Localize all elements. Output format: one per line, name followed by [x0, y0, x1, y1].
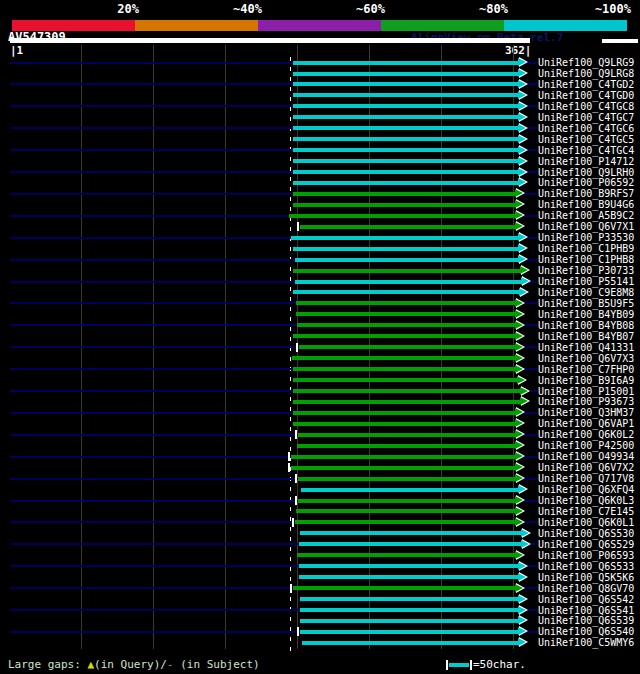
alignment-bar[interactable]: [293, 367, 515, 371]
hit-label[interactable]: UniRef100_Q6S529: [538, 539, 634, 550]
alignment-bar[interactable]: [300, 619, 518, 623]
alignment-bar[interactable]: [295, 258, 518, 262]
alignment-bar[interactable]: [297, 553, 515, 557]
alignment-bar[interactable]: [293, 422, 515, 426]
alignment-bar[interactable]: [299, 542, 521, 546]
alignment-bar[interactable]: [293, 72, 518, 76]
alignment-bar[interactable]: [297, 323, 515, 327]
hit-label[interactable]: UniRef100_C4TGD2: [538, 79, 634, 90]
alignment-bar[interactable]: [293, 247, 518, 251]
alignment-bar[interactable]: [293, 148, 518, 152]
alignment-bar[interactable]: [299, 575, 518, 579]
hit-label[interactable]: UniRef100_C7FHP0: [538, 364, 634, 375]
hit-label[interactable]: UniRef100_P06592: [538, 177, 634, 188]
alignment-bar[interactable]: [300, 630, 518, 634]
hit-label[interactable]: UniRef100_B5U9F5: [538, 298, 634, 309]
alignment-bar[interactable]: [291, 236, 518, 240]
hit-label[interactable]: UniRef100_C4TGC7: [538, 112, 634, 123]
alignment-bar[interactable]: [293, 192, 515, 196]
alignment-bar[interactable]: [293, 378, 517, 382]
alignment-bar[interactable]: [293, 104, 518, 108]
hit-label[interactable]: UniRef100_P55141: [538, 276, 634, 287]
hit-label[interactable]: UniRef100_C7E145: [538, 506, 634, 517]
alignment-bar[interactable]: [302, 641, 518, 645]
alignment-bar[interactable]: [291, 455, 515, 459]
hit-label[interactable]: UniRef100_Q9LRG8: [538, 68, 634, 79]
hit-label[interactable]: UniRef100_Q6K0L3: [538, 495, 634, 506]
alignment-bar[interactable]: [297, 444, 515, 448]
hit-label[interactable]: UniRef100_Q6VAP1: [538, 418, 634, 429]
alignment-bar[interactable]: [295, 520, 515, 524]
hit-label[interactable]: UniRef100_Q6K0L1: [538, 517, 634, 528]
hit-label[interactable]: UniRef100_Q6K0L2: [538, 429, 634, 440]
hit-label[interactable]: UniRef100_Q6V7X3: [538, 353, 634, 364]
alignment-bar[interactable]: [293, 586, 515, 590]
hit-label[interactable]: UniRef100_Q6V7X2: [538, 462, 634, 473]
alignment-bar[interactable]: [293, 170, 518, 174]
hit-label[interactable]: UniRef100_Q9LRG9: [538, 57, 634, 68]
hit-label[interactable]: UniRef100_Q6S541: [538, 605, 634, 616]
alignment-bar[interactable]: [296, 312, 515, 316]
hit-label[interactable]: UniRef100_A5B9C2: [538, 210, 634, 221]
hit-label[interactable]: UniRef100_B9RFS7: [538, 188, 634, 199]
hit-label[interactable]: UniRef100_Q6XFQ4: [538, 484, 634, 495]
alignment-bar[interactable]: [299, 345, 515, 349]
hit-label[interactable]: UniRef100_C4TGC6: [538, 123, 634, 134]
hit-label[interactable]: UniRef100_Q717V8: [538, 473, 634, 484]
alignment-bar[interactable]: [292, 356, 515, 360]
alignment-bar[interactable]: [293, 181, 518, 185]
hit-label[interactable]: UniRef100_P93673: [538, 396, 634, 407]
alignment-bar[interactable]: [293, 159, 518, 163]
hit-label[interactable]: UniRef100_Q6S539: [538, 615, 634, 626]
alignment-bar[interactable]: [293, 389, 520, 393]
alignment-bar[interactable]: [293, 126, 518, 130]
alignment-bar[interactable]: [301, 488, 518, 492]
alignment-bar[interactable]: [293, 93, 518, 97]
hit-label[interactable]: UniRef100_B4YB08: [538, 320, 634, 331]
hit-label[interactable]: UniRef100_P33530: [538, 232, 634, 243]
hit-label[interactable]: UniRef100_Q6S542: [538, 594, 634, 605]
hit-label[interactable]: UniRef100_C1PHB8: [538, 254, 634, 265]
hit-label[interactable]: UniRef100_C9E8M8: [538, 287, 634, 298]
hit-label[interactable]: UniRef100_Q5K5K6: [538, 572, 634, 583]
hit-label[interactable]: UniRef100_Q3HM37: [538, 407, 634, 418]
alignment-bar[interactable]: [298, 433, 515, 437]
alignment-bar[interactable]: [293, 61, 518, 65]
alignment-bar[interactable]: [295, 280, 521, 284]
hit-label[interactable]: UniRef100_O49934: [538, 451, 634, 462]
alignment-bar[interactable]: [293, 137, 518, 141]
hit-label[interactable]: UniRef100_P06593: [538, 550, 634, 561]
alignment-bar[interactable]: [299, 564, 518, 568]
alignment-bar[interactable]: [296, 301, 515, 305]
hit-label[interactable]: UniRef100_P30733: [538, 265, 634, 276]
hit-label[interactable]: UniRef100_C4TGC5: [538, 134, 634, 145]
hit-label[interactable]: UniRef100_Q9LRH0: [538, 167, 634, 178]
hit-label[interactable]: UniRef100_P14712: [538, 156, 634, 167]
hit-label[interactable]: UniRef100_C4TGC8: [538, 101, 634, 112]
alignment-bar[interactable]: [293, 203, 515, 207]
hit-label[interactable]: UniRef100_P15001: [538, 386, 634, 397]
alignment-bar[interactable]: [300, 531, 521, 535]
alignment-bar[interactable]: [293, 400, 520, 404]
alignment-bar[interactable]: [293, 411, 515, 415]
hit-label[interactable]: UniRef100_C4TGC4: [538, 145, 634, 156]
hit-label[interactable]: UniRef100_C1PHB9: [538, 243, 634, 254]
alignment-bar[interactable]: [298, 477, 515, 481]
hit-label[interactable]: UniRef100_Q8GV70: [538, 583, 634, 594]
alignment-bar[interactable]: [293, 334, 515, 338]
hit-label[interactable]: UniRef100_C5WMY6: [538, 637, 634, 648]
alignment-bar[interactable]: [300, 597, 518, 601]
alignment-bar[interactable]: [298, 499, 515, 503]
alignment-bar[interactable]: [296, 509, 515, 513]
hit-label[interactable]: UniRef100_Q6V7X1: [538, 221, 634, 232]
hit-label[interactable]: UniRef100_Q6S533: [538, 561, 634, 572]
hit-label[interactable]: UniRef100_Q41331: [538, 342, 634, 353]
hit-label[interactable]: UniRef100_P42500: [538, 440, 634, 451]
alignment-bar[interactable]: [300, 608, 518, 612]
hit-label[interactable]: UniRef100_B9U4G6: [538, 199, 634, 210]
alignment-bar[interactable]: [293, 115, 518, 119]
alignment-bar[interactable]: [291, 466, 515, 470]
alignment-bar[interactable]: [289, 214, 515, 218]
alignment-bar[interactable]: [293, 269, 520, 273]
hit-label[interactable]: UniRef100_B9I6A9: [538, 375, 634, 386]
